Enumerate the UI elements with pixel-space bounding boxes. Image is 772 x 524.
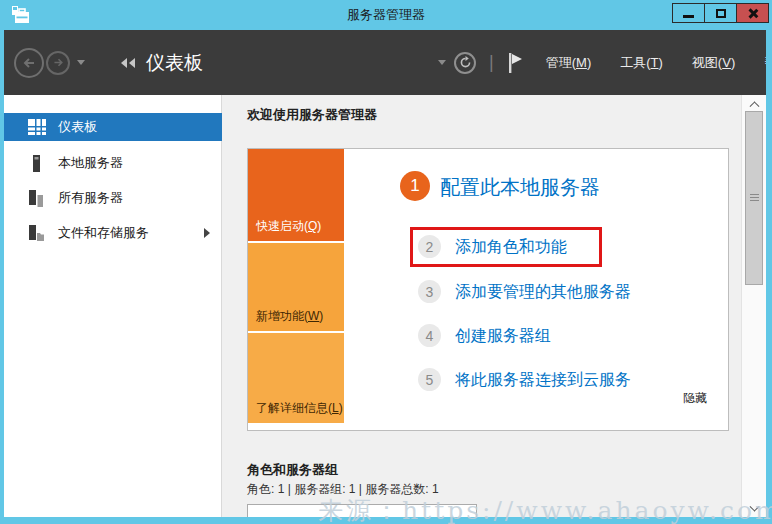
step-4-number: 4 bbox=[418, 324, 441, 347]
history-dropdown-icon[interactable] bbox=[77, 60, 85, 65]
step-add-roles-features[interactable]: 添加角色和功能 bbox=[455, 237, 567, 258]
step-create-server-group[interactable]: 创建服务器组 bbox=[455, 326, 551, 347]
vertical-scrollbar[interactable] bbox=[741, 95, 766, 517]
step-configure-local-server[interactable]: 配置此本地服务器 bbox=[440, 174, 600, 201]
welcome-heading: 欢迎使用服务器管理器 bbox=[247, 106, 377, 124]
quickstart-column: 快速启动(Q) 新增功能(W) 了解详细信息(L) bbox=[248, 149, 344, 425]
forward-arrow-icon bbox=[52, 56, 65, 69]
navigation-controls: 仪表板 bbox=[14, 30, 203, 95]
scope-dropdown-icon[interactable] bbox=[438, 60, 446, 65]
window-border-bottom bbox=[0, 517, 772, 524]
collapse-breadcrumb-icon[interactable] bbox=[121, 58, 137, 68]
step-1-number: 1 bbox=[400, 171, 430, 201]
roles-tile-partial bbox=[247, 504, 477, 517]
titlebar: 服务器管理器 bbox=[0, 0, 772, 30]
chevron-down-icon bbox=[750, 501, 760, 511]
refresh-button[interactable] bbox=[454, 52, 476, 74]
step-2-number: 2 bbox=[418, 235, 441, 258]
close-icon bbox=[747, 8, 758, 19]
file-storage-icon bbox=[28, 225, 48, 242]
whats-new-tab[interactable]: 新增功能(W) bbox=[248, 243, 344, 331]
main-content: 欢迎使用服务器管理器 快速启动(Q) 新增功能(W) 了解详细信息(L) 1 配… bbox=[223, 95, 766, 517]
all-servers-icon bbox=[28, 190, 48, 207]
step-3-number: 3 bbox=[418, 280, 441, 303]
menu-tools[interactable]: 工具(T) bbox=[620, 54, 663, 72]
learn-more-tab[interactable]: 了解详细信息(L) bbox=[248, 333, 344, 423]
navbar-right: | 管理(M) 工具(T) 视图(V) 帮助(H) bbox=[438, 30, 772, 95]
expand-arrow-icon[interactable] bbox=[204, 228, 210, 238]
dashboard-grid-icon bbox=[28, 119, 48, 135]
refresh-icon bbox=[459, 56, 472, 69]
window-controls bbox=[672, 3, 769, 23]
minimize-button[interactable] bbox=[672, 3, 704, 23]
hide-link[interactable]: 隐藏 bbox=[683, 390, 707, 407]
window-title: 服务器管理器 bbox=[0, 0, 772, 30]
forward-button[interactable] bbox=[46, 51, 70, 75]
sidebar-item-label: 文件和存储服务 bbox=[58, 224, 149, 242]
back-arrow-icon bbox=[21, 55, 37, 71]
sidebar-item-label: 本地服务器 bbox=[58, 154, 123, 172]
maximize-button[interactable] bbox=[704, 3, 736, 23]
server-manager-window: 服务器管理器 仪表板 bbox=[0, 0, 772, 524]
sidebar-item-label: 仪表板 bbox=[58, 118, 97, 136]
sidebar-item-local-server[interactable]: 本地服务器 bbox=[4, 149, 222, 177]
breadcrumb[interactable]: 仪表板 bbox=[146, 50, 203, 76]
local-server-icon bbox=[28, 155, 48, 172]
roles-groups-heading: 角色和服务器组 bbox=[247, 461, 338, 479]
sidebar-item-file-storage-services[interactable]: 文件和存储服务 bbox=[4, 219, 222, 247]
menu-view[interactable]: 视图(V) bbox=[692, 54, 735, 72]
window-border-left bbox=[0, 30, 4, 524]
maximize-icon bbox=[716, 9, 726, 18]
navbar: 仪表板 | 管理(M) 工具(T) 视图(V) 帮助(H) bbox=[4, 30, 766, 95]
roles-groups-stats: 角色: 1 | 服务器组: 1 | 服务器总数: 1 bbox=[247, 481, 439, 498]
step-connect-cloud-services[interactable]: 将此服务器连接到云服务 bbox=[455, 370, 631, 391]
sidebar-item-dashboard[interactable]: 仪表板 bbox=[4, 113, 222, 141]
quickstart-tab[interactable]: 快速启动(Q) bbox=[248, 149, 344, 241]
separator: | bbox=[489, 52, 494, 73]
sidebar-item-label: 所有服务器 bbox=[58, 189, 123, 207]
menu-manage[interactable]: 管理(M) bbox=[546, 54, 592, 72]
back-button[interactable] bbox=[14, 48, 44, 78]
notifications-flag-icon[interactable] bbox=[507, 52, 524, 74]
scrollbar-down-button[interactable] bbox=[742, 501, 766, 517]
sidebar-item-all-servers[interactable]: 所有服务器 bbox=[4, 184, 222, 212]
scrollbar-up-button[interactable] bbox=[742, 95, 766, 111]
window-border-right bbox=[766, 30, 772, 524]
welcome-panel: 快速启动(Q) 新增功能(W) 了解详细信息(L) 1 配置此本地服务器 2 添… bbox=[247, 148, 729, 431]
sidebar: 仪表板 本地服务器 所有服务器 bbox=[4, 95, 222, 517]
minimize-icon bbox=[683, 15, 694, 18]
step-5-number: 5 bbox=[418, 368, 441, 391]
close-button[interactable] bbox=[736, 3, 769, 23]
step-add-other-servers[interactable]: 添加要管理的其他服务器 bbox=[455, 282, 631, 303]
chevron-up-icon bbox=[750, 101, 760, 111]
thumb-grip-icon bbox=[750, 194, 759, 202]
scrollbar-thumb[interactable] bbox=[745, 111, 763, 285]
